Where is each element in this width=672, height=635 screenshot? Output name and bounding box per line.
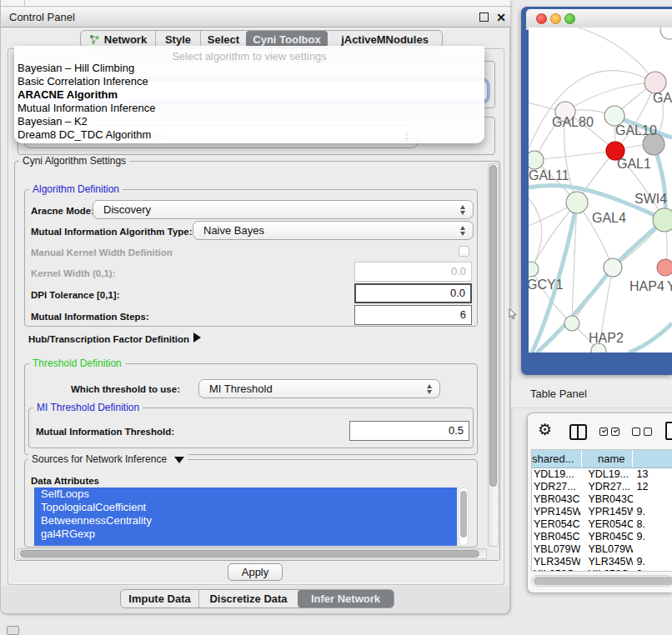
algorithm-option-aracne-algorithm[interactable]: ARACNE Algorithm — [16, 88, 484, 102]
zoom-traffic-light[interactable] — [564, 13, 575, 24]
which-threshold-label: Which threshold to use: — [31, 383, 180, 395]
mi-type-label: Mutual Information Algorithm Type: — [31, 226, 193, 238]
table-row[interactable]: YIL052CYIL052C9 — [532, 568, 672, 571]
table-row[interactable]: YDL19...YDL19...13 — [532, 468, 672, 481]
table-row[interactable]: YBR045CYBR045C9. — [532, 531, 672, 543]
panel-title-bar: Control Panel ✕ — [1, 8, 510, 28]
popup-header: Select algorithm to view settings — [14, 46, 484, 62]
tab-cyni-toolbox[interactable]: Cyni Toolbox — [246, 31, 328, 48]
new-table-icon[interactable] — [665, 422, 672, 440]
panel-title: Control Panel — [9, 8, 75, 28]
network-node[interactable] — [657, 259, 672, 276]
mi-threshold-input[interactable]: 0.5 — [349, 421, 469, 441]
node-label: GAL10 — [615, 123, 657, 138]
tab-jactivemnodules[interactable]: jActiveMNodules — [328, 31, 442, 48]
table-row[interactable]: YBR043CYBR043C — [532, 493, 672, 506]
network-node[interactable] — [660, 28, 672, 39]
tab-select[interactable]: Select — [200, 31, 246, 48]
data-attribute-topologicalcoefficient[interactable]: TopologicalCoefficient — [34, 501, 457, 514]
node-label: GAL80 — [552, 115, 594, 129]
mi-steps-label: Mutual Information Steps: — [31, 311, 149, 322]
float-window-icon[interactable] — [479, 12, 489, 22]
dock-panel-icon[interactable] — [7, 626, 19, 635]
column-header-2[interactable] — [633, 450, 672, 468]
gear-icon[interactable]: ⚙ — [538, 421, 552, 439]
node-label: SWI4 — [634, 192, 667, 206]
vertical-scrollbar-thumb[interactable] — [489, 165, 497, 487]
algorithm-option-basic-correlation-inference[interactable]: Basic Correlation Inference — [16, 75, 484, 88]
network-node[interactable] — [566, 192, 588, 213]
table-row[interactable]: YLR345WYLR345W9. — [532, 556, 672, 568]
node-label: GAL1 — [617, 157, 651, 171]
kernel-width-label: Kernel Width (0,1): — [31, 268, 115, 279]
settings-vertical-scrollbar[interactable] — [488, 163, 499, 547]
settings-horizontal-scrollbar[interactable] — [18, 548, 487, 559]
tab-style[interactable]: Style — [155, 31, 200, 48]
table-panel-title: Table Panel — [530, 380, 587, 408]
list-scrollbar[interactable] — [459, 488, 469, 546]
data-attribute-gal4rgexp[interactable]: gal4RGexp — [34, 528, 457, 541]
dpi-tolerance-label: DPI Tolerance [0,1]: — [31, 289, 120, 301]
collapse-arrow-icon[interactable] — [174, 457, 184, 463]
mi-type-combo[interactable]: Naive Bayes — [193, 221, 474, 240]
table-scrollbar-thumb[interactable] — [534, 577, 672, 585]
network-edge[interactable] — [529, 198, 542, 269]
aracne-mode-combo[interactable]: Discovery — [93, 200, 474, 219]
data-attribute-betweennesscentrality[interactable]: BetweennessCentrality — [34, 514, 457, 528]
table-row[interactable]: YER054CYER054C8. — [532, 518, 672, 531]
attribute-table: shared...name YDL19...YDL19...13YDR27...… — [531, 449, 672, 572]
algorithm-option-dream8-dc-tdc-algorithm[interactable]: Dream8 DC_TDC Algorithm — [16, 128, 484, 142]
which-threshold-combo[interactable]: MI Threshold — [198, 379, 440, 398]
tab-network[interactable]: Network — [81, 31, 155, 48]
column-header-shared[interactable]: shared... — [532, 450, 582, 468]
table-row[interactable]: YBL079WYBL079W — [532, 543, 672, 556]
node-label: GCY1 — [529, 278, 564, 292]
network-node[interactable] — [604, 258, 622, 277]
network-node[interactable] — [529, 262, 539, 277]
network-canvas[interactable]: GALGAL80GAL10GAL1GAL11SWI4GAL4GCY1HAP4YH… — [529, 28, 672, 352]
data-attribute-selfloops[interactable]: SelfLoops — [34, 488, 457, 501]
horizontal-scrollbar-thumb[interactable] — [20, 550, 479, 558]
column-header-name[interactable]: name — [582, 450, 633, 468]
network-edge[interactable] — [534, 151, 615, 160]
kernel-width-input[interactable]: 0.0 — [354, 262, 472, 282]
tab-infer-network[interactable]: Infer Network — [298, 590, 394, 608]
network-node[interactable] — [564, 316, 579, 331]
close-traffic-light[interactable] — [536, 13, 547, 24]
table-row[interactable]: YDR27...YDR27...12 — [532, 481, 672, 493]
node-label: HAP4 — [629, 279, 664, 293]
data-attributes-label: Data Attributes — [31, 475, 99, 487]
algorithm-option-bayesian-k2[interactable]: Bayesian – K2 — [16, 115, 484, 128]
mouse-cursor — [509, 308, 518, 321]
algorithm-option-bayesian-hill-climbing[interactable]: Bayesian – Hill Climbing — [16, 62, 484, 75]
bottom-tabs: Impute DataDiscretize DataInfer Network — [120, 589, 394, 608]
combo-arrows-icon — [460, 205, 465, 215]
expand-arrow-icon[interactable] — [193, 332, 201, 342]
mi-steps-input[interactable]: 6 — [354, 305, 472, 325]
network-icon — [89, 34, 100, 45]
table-horizontal-scrollbar[interactable] — [531, 575, 672, 587]
hub-definition-label[interactable]: Hub/Transcription Factor Definition — [28, 333, 189, 345]
network-node[interactable] — [653, 208, 672, 232]
manual-kernel-checkbox[interactable] — [459, 246, 469, 257]
dpi-tolerance-input[interactable]: 0.0 — [354, 283, 472, 303]
top-strip — [1, 0, 510, 7]
mi-threshold-legend: MI Threshold Definition — [33, 402, 143, 413]
close-icon[interactable]: ✕ — [496, 8, 506, 28]
table-window: ⚙ shared...name YDL19...YDL19...13YDR27.… — [527, 412, 672, 593]
tab-impute-data[interactable]: Impute Data — [121, 590, 198, 608]
deselect-all-icon[interactable] — [632, 428, 652, 436]
table-row[interactable]: YPR145WYPR145W9. — [532, 506, 672, 518]
minimize-traffic-light[interactable] — [550, 13, 561, 24]
network-node[interactable] — [529, 151, 544, 169]
columns-icon[interactable] — [569, 424, 587, 440]
table-panel-header: Table Panel — [511, 380, 672, 408]
algorithm-option-mutual-information-inference[interactable]: Mutual Information Inference — [16, 102, 484, 115]
combo-arrows-icon — [460, 226, 465, 236]
apply-button[interactable]: Apply — [228, 563, 283, 581]
mi-threshold-label: Mutual Information Threshold: — [36, 426, 174, 438]
list-scrollbar-thumb[interactable] — [460, 491, 467, 538]
tab-discretize-data[interactable]: Discretize Data — [198, 590, 298, 608]
select-all-checks-icon[interactable] — [599, 428, 619, 436]
network-edge[interactable] — [629, 323, 672, 352]
